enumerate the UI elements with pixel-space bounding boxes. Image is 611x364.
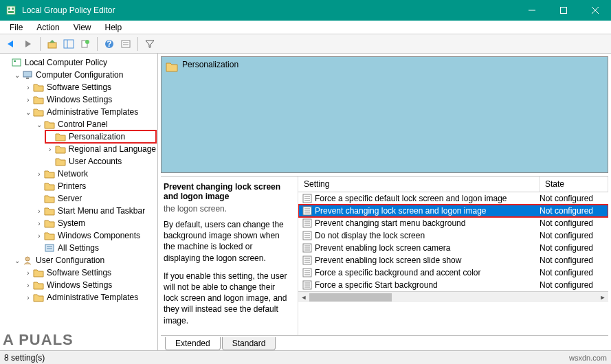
tab-standard[interactable]: Standard: [222, 337, 276, 350]
tree-windows-components[interactable]: ›Windows Components: [34, 229, 156, 242]
list-body: Force a specific default lock screen and…: [298, 192, 608, 291]
tree-user-software-settings[interactable]: ›Software Settings: [23, 266, 156, 279]
chevron-down-icon[interactable]: ⌄: [23, 109, 33, 116]
menu-action[interactable]: Action: [30, 21, 66, 34]
tree-software-settings[interactable]: ›Software Settings: [23, 81, 156, 93]
tree-user-windows-settings[interactable]: ›Windows Settings: [23, 279, 156, 291]
list-row[interactable]: Prevent enabling lock screen cameraNot c…: [298, 242, 608, 254]
list-row[interactable]: Prevent changing lock screen and logon i…: [298, 205, 608, 217]
menu-file[interactable]: File: [3, 21, 30, 34]
row-state: Not configured: [540, 206, 608, 216]
tree-all-settings[interactable]: All Settings: [34, 242, 156, 254]
tree-computer-config[interactable]: ⌄ Computer Configuration: [12, 69, 156, 81]
row-label: Prevent enabling lock screen slide show: [315, 255, 540, 265]
chevron-right-icon[interactable]: ›: [23, 269, 33, 277]
svg-rect-12: [64, 40, 74, 48]
tree-root[interactable]: Local Computer Policy: [1, 56, 156, 69]
folder-icon: [33, 95, 44, 104]
chevron-down-icon[interactable]: ⌄: [12, 71, 22, 79]
folder-icon: [33, 107, 44, 117]
description-paragraph: By default, users can change the backgro…: [164, 219, 291, 264]
description-paragraph: If you enable this setting, the user wil…: [164, 271, 291, 326]
horizontal-scrollbar[interactable]: ◄ ►: [298, 291, 608, 302]
chevron-right-icon[interactable]: ›: [34, 232, 44, 240]
tab-extended[interactable]: Extended: [165, 337, 221, 350]
properties-button[interactable]: [118, 36, 133, 52]
svg-rect-1: [8, 8, 10, 10]
scroll-right-arrow[interactable]: ►: [597, 292, 608, 303]
folder-icon: [44, 206, 55, 216]
svg-marker-9: [25, 41, 31, 47]
row-state: Not configured: [540, 268, 608, 277]
settings-list: Setting State Force a specific default l…: [298, 177, 608, 335]
list-row[interactable]: Force a specific Start backgroundNot con…: [298, 279, 608, 291]
list-row[interactable]: Prevent enabling lock screen slide showN…: [298, 254, 608, 266]
svg-rect-10: [48, 43, 56, 48]
svg-text:?: ?: [107, 39, 111, 49]
show-hide-tree-button[interactable]: [61, 36, 76, 52]
tree-personalization[interactable]: Personalization: [45, 130, 156, 143]
policy-item-icon: [302, 255, 312, 265]
row-label: Force a specific Start background: [315, 280, 540, 290]
description-column: Prevent changing lock screen and logon i…: [161, 177, 298, 335]
scroll-thumb[interactable]: [309, 293, 392, 302]
tree-printers[interactable]: Printers: [34, 180, 156, 192]
folder-icon: [44, 120, 55, 129]
svg-rect-3: [8, 11, 14, 13]
policy-item-icon: [302, 231, 312, 240]
menu-help[interactable]: Help: [98, 21, 129, 34]
tree-start-menu[interactable]: ›Start Menu and Taskbar: [34, 205, 156, 217]
list-row[interactable]: Force a specific background and accent c…: [298, 266, 608, 279]
tree-user-accounts[interactable]: User Accounts: [45, 155, 156, 168]
tree-admin-templates[interactable]: ⌄Administrative Templates: [23, 106, 156, 118]
svg-rect-5: [561, 8, 567, 14]
chevron-right-icon[interactable]: ›: [34, 170, 44, 178]
maximize-button[interactable]: [548, 0, 579, 21]
forward-button[interactable]: [21, 36, 36, 52]
minimize-button[interactable]: [516, 0, 548, 21]
chevron-right-icon[interactable]: ›: [23, 294, 33, 302]
window-title: Local Group Policy Editor: [22, 5, 516, 15]
chevron-down-icon[interactable]: ⌄: [34, 121, 44, 128]
up-button[interactable]: [45, 36, 60, 52]
svg-rect-22: [12, 59, 21, 66]
folder-icon: [33, 293, 44, 302]
row-state: Not configured: [540, 243, 608, 253]
chevron-right-icon[interactable]: ›: [34, 220, 44, 227]
tree-windows-settings[interactable]: ›Windows Settings: [23, 93, 156, 106]
chevron-right-icon[interactable]: ›: [23, 282, 33, 289]
tree-server[interactable]: Server: [34, 192, 156, 205]
folder-icon: [33, 82, 44, 92]
toolbar: ?: [0, 34, 611, 54]
tree-user-admin-templates[interactable]: ›Administrative Templates: [23, 291, 156, 304]
tree-user-config[interactable]: ⌄ User Configuration: [12, 254, 156, 266]
truncated-line: the logon screen.: [164, 204, 291, 214]
tree-network[interactable]: ›Network: [34, 168, 156, 180]
svg-rect-25: [26, 78, 29, 79]
toolbar-separator: [97, 37, 98, 51]
row-state: Not configured: [540, 255, 608, 265]
list-row[interactable]: Do not display the lock screenNot config…: [298, 229, 608, 242]
column-header-setting[interactable]: Setting: [298, 177, 540, 192]
chevron-right-icon[interactable]: ›: [45, 146, 55, 153]
tree-control-panel[interactable]: ⌄Control Panel: [34, 118, 156, 130]
list-row[interactable]: Force a specific default lock screen and…: [298, 192, 608, 205]
chevron-right-icon[interactable]: ›: [34, 207, 44, 215]
chevron-down-icon[interactable]: ⌄: [12, 257, 22, 264]
tree-system[interactable]: ›System: [34, 217, 156, 229]
chevron-right-icon[interactable]: ›: [23, 96, 33, 104]
back-button[interactable]: [4, 36, 19, 52]
tree-regional[interactable]: ›Regional and Language: [45, 143, 156, 155]
close-button[interactable]: [579, 0, 611, 21]
export-button[interactable]: [78, 36, 93, 52]
column-header-state[interactable]: State: [540, 177, 608, 192]
svg-rect-23: [14, 60, 16, 62]
folder-icon: [55, 157, 66, 166]
menu-view[interactable]: View: [67, 21, 98, 34]
list-row[interactable]: Prevent changing start menu backgroundNo…: [298, 217, 608, 229]
help-button[interactable]: ?: [102, 36, 117, 52]
filter-button[interactable]: [142, 36, 157, 52]
chevron-right-icon[interactable]: ›: [23, 84, 33, 91]
scroll-left-arrow[interactable]: ◄: [298, 292, 309, 303]
folder-icon: [44, 169, 55, 179]
